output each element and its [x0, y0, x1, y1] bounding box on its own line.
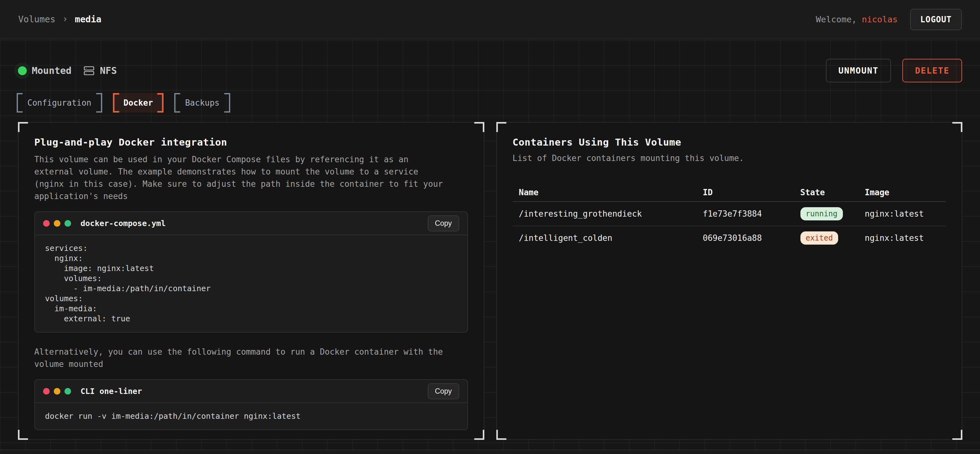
breadcrumb-chevron-icon: ›: [62, 13, 68, 24]
panel-corner-icon: [952, 430, 963, 440]
container-state-cell: exited: [794, 232, 859, 245]
cli-copy-button[interactable]: Copy: [428, 383, 459, 399]
panels: Plug-and-play Docker integration This vo…: [18, 122, 963, 440]
docker-panel-title: Plug-and-play Docker integration: [34, 137, 468, 148]
cli-code: docker run -v im-media:/path/in/containe…: [35, 403, 467, 430]
mounted-dot-icon: [18, 66, 27, 75]
volume-actions: UNMOUNT DELETE: [826, 59, 962, 83]
breadcrumb-volumes-link[interactable]: Volumes: [18, 14, 55, 24]
window-dot-amber-icon: [54, 388, 60, 395]
column-header-id: ID: [697, 188, 794, 197]
panel-corner-icon: [474, 122, 484, 132]
compose-code-header: docker-compose.yml Copy: [35, 212, 467, 235]
tab-configuration[interactable]: Configuration: [17, 93, 102, 113]
panel-corner-icon: [496, 122, 506, 132]
container-id-cell: 069e73016a88: [697, 233, 794, 243]
topbar: Volumes › media Welcome, nicolas LOGOUT: [0, 0, 980, 39]
window-dot-red-icon: [43, 388, 50, 395]
next-section-edge: [0, 449, 980, 454]
welcome-prefix: Welcome,: [816, 14, 862, 24]
container-name-cell: /interesting_grothendieck: [513, 209, 697, 219]
column-header-name: Name: [513, 188, 697, 197]
table-header-row: Name ID State Image: [513, 184, 947, 202]
docker-integration-panel: Plug-and-play Docker integration This vo…: [18, 122, 484, 440]
containers-panel-title: Containers Using This Volume: [513, 137, 947, 148]
container-image-cell: nginx:latest: [859, 209, 947, 219]
status-badge-running: running: [800, 207, 843, 221]
breadcrumb: Volumes › media: [18, 14, 101, 25]
container-image-cell: nginx:latest: [859, 233, 947, 243]
status-group: Mounted NFS: [18, 65, 117, 76]
tab-docker[interactable]: Docker: [113, 93, 164, 113]
window-dots: [43, 388, 71, 395]
panel-corner-icon: [952, 122, 963, 132]
cli-filename: CLI one-liner: [81, 387, 142, 396]
window-dot-green-icon: [64, 220, 71, 227]
driver-label: NFS: [100, 65, 117, 76]
unmount-button[interactable]: UNMOUNT: [826, 59, 891, 83]
container-state-cell: running: [794, 207, 859, 221]
welcome-text: Welcome, nicolas: [816, 14, 897, 24]
compose-code: services: nginx: image: nginx:latest vol…: [35, 235, 467, 332]
compose-copy-button[interactable]: Copy: [428, 215, 459, 232]
logout-button[interactable]: LOGOUT: [910, 9, 962, 30]
containers-table: Name ID State Image /interesting_grothen…: [513, 184, 947, 250]
driver-status: NFS: [83, 65, 117, 76]
topbar-right: Welcome, nicolas LOGOUT: [816, 9, 962, 30]
docker-panel-description: This volume can be used in your Docker C…: [34, 154, 446, 203]
cli-code-block: CLI one-liner Copy docker run -v im-medi…: [34, 379, 468, 430]
panel-corner-icon: [474, 430, 484, 440]
window-dot-green-icon: [64, 388, 71, 395]
tab-backups[interactable]: Backups: [174, 93, 230, 113]
mounted-label: Mounted: [32, 65, 72, 76]
containers-panel: Containers Using This Volume List of Doc…: [496, 122, 963, 440]
mounted-status: Mounted: [18, 65, 72, 76]
container-id-cell: f1e73e7f3884: [697, 209, 794, 219]
tabs: Configuration Docker Backups: [17, 93, 962, 113]
containers-panel-subtitle: List of Docker containers mounting this …: [513, 154, 947, 163]
panel-corner-icon: [18, 430, 28, 440]
server-stack-icon: [83, 65, 95, 76]
username: nicolas: [862, 14, 897, 24]
container-name-cell: /intelligent_colden: [513, 233, 697, 243]
window-dot-red-icon: [43, 220, 50, 227]
compose-code-block: docker-compose.yml Copy services: nginx:…: [34, 211, 468, 333]
status-row: Mounted NFS UNMOUNT DELETE: [18, 59, 962, 83]
cli-code-header: CLI one-liner Copy: [35, 380, 467, 403]
column-header-state: State: [794, 188, 859, 197]
column-header-image: Image: [859, 188, 947, 197]
window-dot-amber-icon: [54, 220, 60, 227]
cli-intro-text: Alternatively, you can use the following…: [34, 346, 446, 370]
window-dots: [43, 220, 71, 227]
panel-corner-icon: [18, 122, 28, 132]
status-badge-exited: exited: [800, 232, 838, 245]
table-row: /intelligent_colden 069e73016a88 exited …: [513, 226, 947, 250]
main-content: Mounted NFS UNMOUNT DELETE Configurati: [0, 40, 980, 454]
table-row: /interesting_grothendieck f1e73e7f3884 r…: [513, 202, 947, 226]
breadcrumb-current-page: media: [75, 14, 101, 24]
panel-corner-icon: [496, 430, 506, 440]
compose-filename: docker-compose.yml: [81, 219, 166, 228]
delete-button[interactable]: DELETE: [902, 59, 962, 83]
